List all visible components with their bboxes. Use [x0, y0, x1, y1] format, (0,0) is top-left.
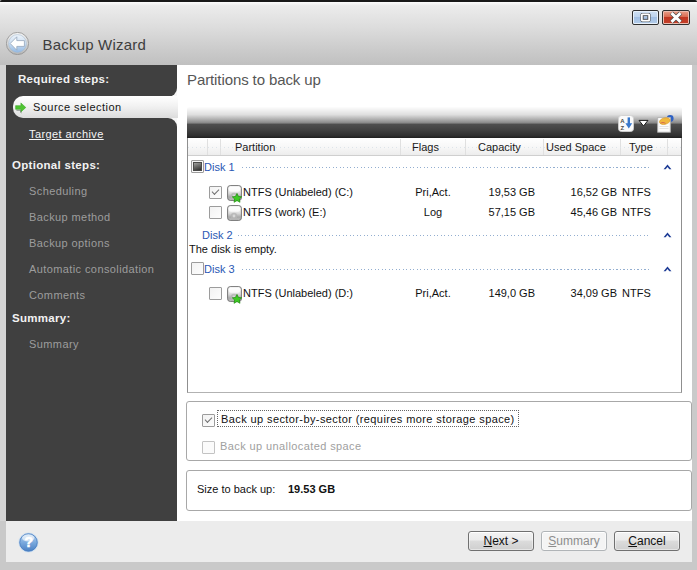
svg-text:A: A — [620, 118, 625, 124]
svg-text:?: ? — [24, 534, 33, 550]
svg-text:Z: Z — [621, 125, 625, 131]
